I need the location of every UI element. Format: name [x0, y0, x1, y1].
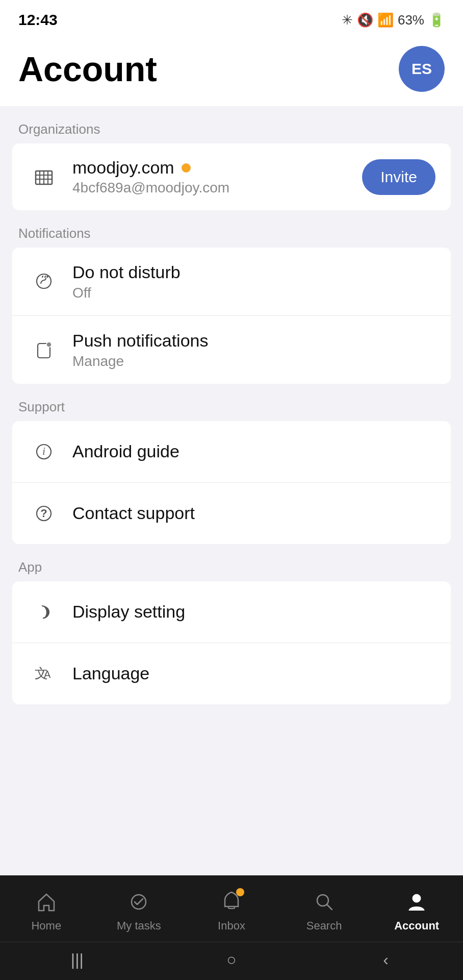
invite-button[interactable]: Invite — [362, 159, 435, 195]
contact-support-title: Contact support — [72, 503, 435, 524]
do-not-disturb-item[interactable]: Do not disturb Off — [12, 248, 451, 316]
push-notifications-item[interactable]: Push notifications Manage — [12, 316, 451, 384]
nav-inbox-label: Inbox — [218, 919, 245, 933]
svg-point-8 — [46, 342, 52, 347]
push-notif-subtitle: Manage — [72, 353, 435, 370]
svg-point-15 — [132, 895, 146, 909]
nav-item-inbox[interactable]: Inbox — [185, 889, 278, 933]
app-card-group: Display setting 文 A Language — [12, 581, 451, 704]
bluetooth-icon: ✳ — [342, 12, 353, 28]
svg-line-18 — [327, 904, 332, 910]
display-setting-icon — [28, 596, 60, 628]
push-notif-title: Push notifications — [72, 330, 435, 351]
content-area: Organizations moodjoy.com — [0, 106, 463, 980]
user-avatar[interactable]: ES — [399, 46, 445, 92]
notifications-section: Notifications Do not disturb Off — [0, 210, 463, 384]
contact-support-item[interactable]: ? Contact support — [12, 483, 451, 544]
system-navigation: ||| ○ ‹ — [0, 942, 463, 980]
org-icon — [28, 161, 60, 193]
org-card-item[interactable]: moodjoy.com 4bcf689a@moodjoy.com Invite — [12, 143, 451, 210]
status-time: 12:43 — [18, 11, 58, 29]
nav-tasks-label: My tasks — [117, 919, 161, 933]
support-label: Support — [0, 384, 463, 421]
display-setting-text: Display setting — [72, 601, 435, 622]
app-section: App Display setting 文 — [0, 544, 463, 704]
account-icon — [403, 889, 430, 915]
status-bar: 12:43 ✳ 🔇 📶 63% 🔋 — [0, 0, 463, 36]
language-item[interactable]: 文 A Language — [12, 643, 451, 704]
battery-text: 63% — [398, 12, 424, 28]
organizations-label: Organizations — [0, 106, 463, 143]
app-label: App — [0, 544, 463, 581]
android-guide-title: Android guide — [72, 441, 435, 462]
contact-support-text: Contact support — [72, 503, 435, 524]
organizations-card-group: moodjoy.com 4bcf689a@moodjoy.com Invite — [12, 143, 451, 210]
org-text: moodjoy.com 4bcf689a@moodjoy.com — [72, 158, 362, 196]
language-icon: 文 A — [28, 657, 60, 690]
nav-items-row: Home My tasks — [0, 875, 463, 942]
push-notif-text: Push notifications Manage — [72, 330, 435, 370]
nav-search-label: Search — [306, 919, 342, 933]
volume-icon: 🔇 — [357, 12, 373, 28]
search-icon — [311, 889, 338, 915]
svg-point-6 — [46, 276, 48, 278]
menu-button[interactable]: ||| — [62, 949, 92, 970]
org-email: 4bcf689a@moodjoy.com — [72, 180, 362, 196]
notifications-label: Notifications — [0, 210, 463, 248]
notifications-card-group: Do not disturb Off Push notifications Ma… — [12, 248, 451, 384]
org-notification-dot — [182, 163, 191, 173]
support-card-group: i Android guide ? Contact support — [12, 421, 451, 544]
svg-text:i: i — [42, 446, 45, 457]
inbox-icon — [218, 889, 245, 915]
page-title: Account — [18, 49, 157, 89]
language-text: Language — [72, 663, 435, 684]
dnd-icon — [28, 265, 60, 298]
contact-support-icon: ? — [28, 497, 60, 530]
dnd-subtitle: Off — [72, 285, 435, 301]
inbox-notification-dot — [236, 888, 244, 896]
battery-icon: 🔋 — [428, 12, 445, 28]
svg-rect-16 — [228, 906, 235, 909]
dnd-title: Do not disturb — [72, 262, 435, 283]
android-guide-item[interactable]: i Android guide — [12, 421, 451, 483]
android-guide-text: Android guide — [72, 441, 435, 462]
display-setting-item[interactable]: Display setting — [12, 581, 451, 643]
language-title: Language — [72, 663, 435, 684]
tasks-icon — [125, 889, 152, 915]
svg-text:?: ? — [40, 507, 47, 520]
page-header: Account ES — [0, 36, 463, 106]
wifi-icon: 📶 — [377, 12, 394, 28]
bottom-navigation: Home My tasks — [0, 875, 463, 980]
svg-point-19 — [413, 894, 421, 902]
nav-item-account[interactable]: Account — [370, 889, 463, 933]
organizations-section: Organizations moodjoy.com — [0, 106, 463, 210]
support-section: Support i Android guide — [0, 384, 463, 544]
dnd-text: Do not disturb Off — [72, 262, 435, 301]
home-button[interactable]: ○ — [216, 949, 247, 970]
nav-item-search[interactable]: Search — [278, 889, 371, 933]
display-setting-title: Display setting — [72, 601, 435, 622]
push-notif-icon — [28, 333, 60, 366]
android-guide-icon: i — [28, 435, 60, 468]
nav-home-label: Home — [31, 919, 61, 933]
back-button[interactable]: ‹ — [371, 949, 401, 970]
nav-item-home[interactable]: Home — [0, 889, 93, 933]
status-icons: ✳ 🔇 📶 63% 🔋 — [342, 12, 445, 28]
org-name: moodjoy.com — [72, 158, 174, 178]
svg-text:A: A — [44, 669, 51, 680]
nav-item-my-tasks[interactable]: My tasks — [93, 889, 186, 933]
home-icon — [33, 889, 60, 915]
nav-account-label: Account — [394, 919, 439, 933]
